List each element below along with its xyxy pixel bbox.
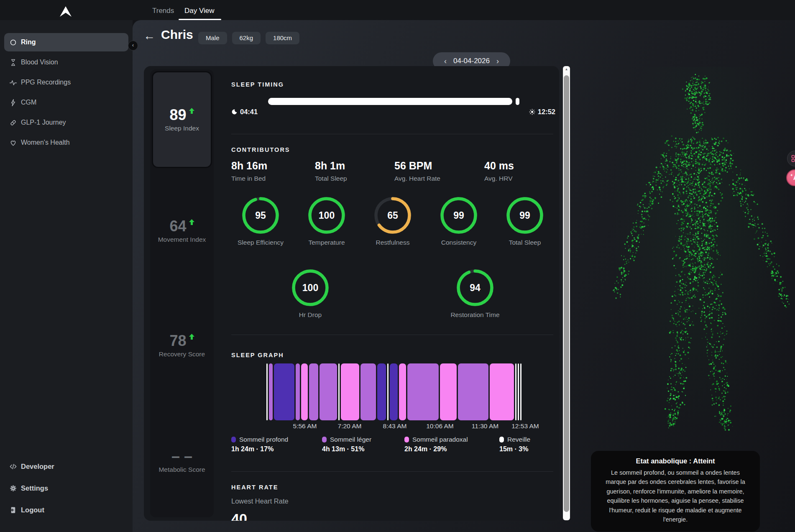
stat-label: Time in Bed	[231, 175, 267, 182]
anabolic-body: Le sommeil profond, ou sommeil a ondes l…	[601, 468, 750, 524]
trend-up-icon	[189, 108, 194, 114]
sleep-stage-segment-light	[407, 363, 439, 420]
scrollbar-up-icon[interactable]: ▲	[563, 67, 570, 71]
sidebar-item[interactable]: Ring	[4, 33, 128, 51]
trend-up-icon	[189, 334, 194, 340]
sleep-stage-segment-awake	[338, 363, 340, 420]
sleep-graph-heading: SLEEP GRAPH	[231, 352, 284, 358]
legend-value: 1h 24m · 17%	[231, 445, 288, 453]
time-tick-label: 7:20 AM	[338, 422, 362, 430]
legend-value: 15m · 3%	[499, 445, 530, 453]
sleep-stage-segment-awake	[266, 363, 268, 420]
translate-a-icon: A	[793, 174, 795, 182]
gauge-restfulness: 65Restfulness	[373, 195, 413, 246]
next-day-icon[interactable]: ›	[496, 57, 499, 65]
scrollbar-track[interactable]: ▲	[563, 66, 570, 520]
stat: 56 BPM Avg. Heart Rate	[394, 160, 440, 182]
profile-badge: 62kg	[232, 32, 261, 44]
score-value: 78	[169, 333, 186, 349]
sidebar-item[interactable]: GLP-1 Journey	[4, 113, 128, 132]
sleep-stage-segment-awake	[515, 363, 516, 420]
sleep-stage-segment-light	[269, 363, 273, 420]
apps-icon	[791, 155, 795, 162]
hypnogram-time-axis: 5:56 AM7:20 AM8:43 AM10:06 AM11:30 AM12:…	[266, 422, 521, 431]
legend-label: Reveille	[507, 436, 530, 443]
sleep-stage-segment-rem	[440, 363, 457, 420]
legend-label: Sommeil léger	[330, 436, 371, 443]
sleep-stage-segment-rem	[399, 363, 406, 420]
sidebar-item-label: Blood Vision	[21, 59, 58, 66]
sleep-stage-segment-awake	[520, 363, 521, 420]
trend-up-icon	[189, 219, 194, 225]
prev-day-icon[interactable]: ‹	[444, 57, 447, 65]
sleep-timing-heading: SLEEP TIMING	[231, 81, 284, 88]
time-tick-label: 5:56 AM	[293, 422, 317, 430]
main-panel: ← Chris Male62kg180cm ‹ 04-04-2026 › 89	[133, 20, 795, 532]
score-label: Metabolic Score	[158, 466, 205, 473]
tab-day-view[interactable]: Day View	[184, 0, 215, 20]
sidebar-item-label: PPG Recordings	[21, 79, 71, 86]
sidebar-item[interactable]: PPG Recordings	[4, 73, 128, 92]
sidebar-footer-label: Developer	[21, 463, 54, 471]
sidebar-footer-icon	[9, 506, 17, 514]
divider	[231, 471, 553, 472]
sidebar-footer-icon	[9, 463, 17, 471]
score-value: 64	[169, 218, 186, 234]
sidebar-item-icon	[9, 119, 17, 127]
sidebar-footer-item[interactable]: Developer	[4, 457, 128, 476]
time-tick-label: 8:43 AM	[383, 422, 407, 430]
sleep-stage-legend: Sommeil profond 1h 24m · 17% Sommeil lég…	[231, 436, 557, 457]
sidebar-item[interactable]: Women's Health	[4, 133, 128, 152]
gauge-row-1: 95Sleep Efficiency100Temperature65Restfu…	[240, 195, 545, 246]
score-block[interactable]: 78 Recovery Score	[150, 333, 214, 358]
score-block[interactable]: 64 Movement Index	[150, 218, 214, 243]
legend-label: Sommeil paradoxal	[412, 436, 468, 443]
time-tick-label: 10:06 AM	[426, 422, 454, 430]
contributor-stats: 8h 16m Time in Bed 8h 1m Total Sleep 56 …	[231, 160, 556, 187]
sidebar: Ring Blood Vision PPG Recordings CGM	[0, 20, 133, 532]
moon-icon	[231, 109, 238, 115]
top-bar: Trends Day View	[0, 0, 795, 20]
scrollbar-thumb[interactable]	[564, 75, 569, 512]
legend-item: Sommeil paradoxal 2h 24m · 29%	[404, 436, 468, 453]
sleep-stage-segment-light	[320, 363, 337, 420]
body-particle-figure	[608, 67, 792, 435]
score-label: Recovery Score	[159, 350, 205, 358]
score-label: Sleep Index	[165, 125, 199, 132]
stat-value: 8h 16m	[231, 160, 267, 172]
sidebar-footer-item[interactable]: Settings	[4, 479, 128, 497]
sidebar-collapse-icon[interactable]: ‹	[128, 41, 138, 51]
sidebar-item[interactable]: Blood Vision	[4, 53, 128, 72]
bed-time: 04:41	[231, 108, 258, 116]
sidebar-item[interactable]: CGM	[4, 93, 128, 112]
back-arrow-icon[interactable]: ←	[143, 29, 155, 43]
score-value: – –	[171, 448, 192, 464]
divider	[231, 335, 553, 335]
score-block[interactable]: 89 Sleep Index	[153, 72, 211, 167]
gauge-consistency: 99Consistency	[439, 195, 479, 246]
score-value: 89	[169, 107, 186, 123]
profile-badges: Male62kg180cm	[198, 32, 299, 44]
stat: 40 ms Avg. HRV	[484, 160, 514, 182]
sleep-stage-segment-rem	[341, 363, 359, 420]
sleep-timing-bar-end	[516, 98, 519, 105]
legend-dot	[404, 437, 409, 442]
sidebar-footer-item[interactable]: Logout	[4, 501, 128, 519]
sleep-hypnogram	[266, 363, 521, 420]
stat: 8h 16m Time in Bed	[231, 160, 267, 182]
time-tick-label: 12:53 AM	[511, 422, 539, 430]
score-block[interactable]: – – Metabolic Score	[150, 448, 214, 473]
wake-time: 12:52	[529, 108, 555, 116]
stat-value: 56 BPM	[394, 160, 440, 172]
score-label: Movement Index	[158, 236, 206, 243]
stat-label: Avg. Heart Rate	[394, 175, 440, 182]
tab-trends[interactable]: Trends	[152, 0, 174, 20]
app-window: Trends Day View Ring Blood Vision PP	[0, 0, 795, 532]
gauge-temperature: 100Temperature	[307, 195, 347, 246]
anabolic-title: Etat anabolique : Atteint	[601, 457, 750, 465]
sun-icon	[529, 109, 535, 115]
heart-rate-heading: HEART RATE	[231, 484, 278, 491]
current-date: 04-04-2026	[453, 57, 490, 65]
legend-item: Reveille 15m · 3%	[499, 436, 530, 453]
sleep-stage-segment-awake	[518, 363, 519, 420]
